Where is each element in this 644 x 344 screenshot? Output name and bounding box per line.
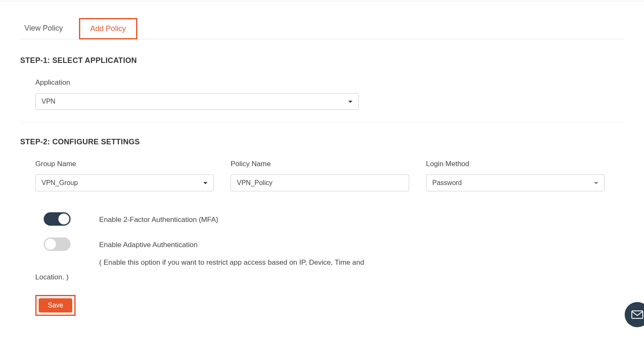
mfa-toggle[interactable] [44,212,71,226]
application-value: VPN [42,98,55,105]
policy-tabs: View Policy Add Policy [20,18,624,39]
step2-title: STEP-2: CONFIGURE SETTINGS [20,138,624,146]
chat-bubble-button[interactable] [625,302,644,327]
adaptive-desc-line1: ( Enable this option if you want to rest… [99,257,624,268]
tab-view-policy-label: View Policy [24,24,63,32]
application-select[interactable]: VPN [35,93,359,110]
svg-rect-0 [632,311,643,318]
login-method-label: Login Method [426,160,605,168]
group-name-value: VPN_Group [42,179,78,187]
mfa-label: Enable 2-Factor Authentication (MFA) [99,214,624,225]
adaptive-label: Enable Adaptive Authentication [99,239,624,250]
mail-icon [631,310,643,319]
adaptive-desc-line2: Location. ) [35,273,624,281]
chevron-down-icon [594,182,598,184]
adaptive-toggle[interactable] [44,237,71,251]
group-name-label: Group Name [35,160,214,168]
tab-add-policy[interactable]: Add Policy [79,18,137,39]
save-button-label: Save [48,302,63,309]
tab-add-policy-label: Add Policy [90,24,126,33]
caret-down-icon [348,101,352,103]
toggle-knob [58,214,69,224]
policy-name-input[interactable] [231,175,409,191]
login-method-value: Password [432,179,462,187]
save-button[interactable]: Save [39,298,72,313]
policy-name-label: Policy Name [231,160,409,168]
tab-view-policy[interactable]: View Policy [20,18,67,39]
login-method-select[interactable]: Password [426,175,605,191]
application-label: Application [35,78,624,87]
toggle-knob [45,239,56,250]
group-name-select[interactable]: VPN_Group [35,175,214,191]
step1-title: STEP-1: SELECT APPLICATION [20,56,624,65]
caret-down-icon [203,182,208,184]
